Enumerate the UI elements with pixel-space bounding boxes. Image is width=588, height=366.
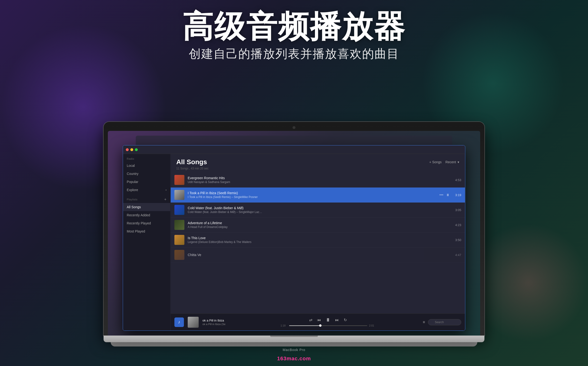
sidebar-item-recently-played[interactable]: Recently Played: [123, 219, 170, 227]
player-artwork: [188, 317, 199, 328]
sidebar-item-local-label: Local: [127, 164, 135, 168]
song-subtitle: Legend (Deluxe Edition)Bob Marley & The …: [188, 240, 450, 244]
table-row[interactable]: I Took a Pill in Ibiza (SeeB Remix) I To…: [171, 188, 465, 203]
song-subtitle: Udit Narayan & Sadhana Sargam: [188, 180, 450, 184]
song-subtitle: Cold Water (feat. Justin Bieber & MØ) – …: [188, 210, 450, 214]
player-app-icon: ♪: [175, 317, 184, 327]
search-wrapper: 🔍: [428, 319, 461, 325]
sidebar-item-recently-added-label: Recently Added: [127, 213, 150, 217]
traffic-light-close[interactable]: [126, 148, 129, 151]
main-header-actions: + Songs Recent ▾: [429, 160, 459, 164]
player-progress: 1:18 2:01: [280, 324, 376, 327]
search-input[interactable]: [428, 319, 461, 325]
table-row[interactable]: Is This Love Legend (Deluxe Edition)Bob …: [171, 232, 465, 247]
player-current-title: ok a Pill in Ibiza: [203, 319, 234, 322]
traffic-light-fullscreen[interactable]: [135, 148, 138, 151]
player-bar: ♪ ok a Pill in Ibiza ok a Pill in Ibiza …: [171, 313, 465, 331]
repeat-button[interactable]: ↻: [344, 318, 347, 322]
hero-main-title: 高级音频播放器: [0, 9, 588, 44]
macbook-bottom-bezel: [104, 336, 484, 342]
bg-decoration-bottom: [469, 223, 588, 342]
progress-bar[interactable]: [289, 325, 367, 326]
queue-button[interactable]: ≡: [423, 320, 425, 324]
song-pause-button[interactable]: ⏸: [446, 193, 450, 197]
song-artwork: [175, 190, 184, 200]
song-info: Cold Water (feat. Justin Bieber & MØ) Co…: [188, 206, 450, 214]
app-title-bar: [123, 145, 465, 154]
song-info: Evergreen Romantic Hits Udit Narayan & S…: [188, 176, 450, 184]
play-pause-button[interactable]: ⏸: [326, 317, 330, 323]
music-note-icon: ♪: [178, 320, 180, 325]
song-duration: 3:19: [453, 193, 461, 197]
add-songs-label: + Songs: [429, 160, 442, 164]
sidebar-item-explore-label: Explore: [127, 188, 138, 192]
sidebar-item-popular-label: Popular: [127, 180, 138, 184]
sidebar-radio-label: Radio: [123, 154, 170, 162]
song-title: Adventure of a Lifetime: [188, 221, 450, 225]
sidebar-playlists-header: Playlists +: [123, 194, 170, 203]
table-row[interactable]: Cold Water (feat. Justin Bieber & MØ) Co…: [171, 203, 465, 218]
song-artwork: [175, 235, 184, 245]
player-right-controls: ≡ 🔍: [423, 319, 461, 325]
player-current-subtitle: ok a Pill in Ibiza (Se: [203, 323, 234, 326]
song-duration: 3:05: [453, 208, 461, 212]
song-title: Cold Water (feat. Justin Bieber & MØ): [188, 206, 450, 210]
watermark: 163mac.com: [277, 356, 311, 362]
chevron-down-icon: ▾: [165, 189, 167, 191]
player-buttons: ⇄ ⏮ ⏸ ⏭ ↻: [309, 317, 347, 323]
song-artwork: [175, 175, 184, 185]
macbook-screen: Radio Local Country Popular Ex: [108, 131, 480, 336]
song-title: Chitta Ve: [188, 253, 450, 257]
macbook-container: Radio Local Country Popular Ex: [104, 122, 484, 352]
sidebar-item-explore[interactable]: Explore ▾: [123, 186, 170, 194]
app-content: Radio Local Country Popular Ex: [123, 154, 465, 331]
traffic-light-minimize[interactable]: [130, 148, 133, 151]
sidebar: Radio Local Country Popular Ex: [123, 154, 171, 331]
main-header-top: All Songs + Songs Recent ▾: [176, 158, 459, 166]
sidebar-item-recently-played-label: Recently Played: [127, 221, 151, 225]
recent-sort-button[interactable]: Recent ▾: [445, 160, 459, 164]
song-actions: ••• ⏸: [439, 193, 450, 197]
sidebar-item-most-played[interactable]: Most Played: [123, 227, 170, 235]
song-title: Evergreen Romantic Hits: [188, 176, 450, 180]
sidebar-item-all-songs[interactable]: All Songs: [123, 203, 170, 211]
macbook-base: [111, 342, 477, 346]
player-controls-center: ⇄ ⏮ ⏸ ⏭ ↻ 1:18: [237, 317, 419, 327]
songs-list: Evergreen Romantic Hits Udit Narayan & S…: [171, 173, 465, 313]
song-more-button[interactable]: •••: [439, 193, 443, 197]
song-info: Chitta Ve: [188, 253, 450, 257]
sidebar-item-popular[interactable]: Popular: [123, 178, 170, 186]
song-artwork: [175, 205, 184, 215]
macbook-hinge: [270, 336, 318, 337]
time-total: 2:01: [369, 324, 376, 327]
progress-bar-fill: [289, 325, 320, 326]
sidebar-item-local[interactable]: Local: [123, 162, 170, 170]
macbook-label: MacBook Pro: [104, 348, 484, 352]
song-artwork: [175, 250, 184, 260]
shuffle-button[interactable]: ⇄: [309, 318, 312, 322]
table-row[interactable]: Evergreen Romantic Hits Udit Narayan & S…: [171, 173, 465, 188]
song-subtitle: I Took a Pill in Ibiza (SeeB Remix) – Si…: [188, 195, 436, 199]
add-playlist-button[interactable]: +: [164, 197, 167, 202]
main-header: All Songs + Songs Recent ▾: [171, 154, 465, 173]
songs-count: 11 Songs , 43 min 20 sec: [176, 167, 459, 170]
previous-button[interactable]: ⏮: [317, 318, 321, 322]
table-row[interactable]: Chitta Ve 4:47: [171, 247, 465, 262]
playlist-title: All Songs: [176, 158, 207, 166]
sidebar-item-recently-added[interactable]: Recently Added: [123, 211, 170, 219]
time-elapsed: 1:18: [280, 324, 287, 327]
recent-label: Recent: [445, 160, 456, 164]
next-button[interactable]: ⏭: [335, 318, 339, 322]
song-info: I Took a Pill in Ibiza (SeeB Remix) I To…: [188, 191, 436, 199]
add-songs-button[interactable]: + Songs: [429, 160, 442, 164]
sidebar-item-country[interactable]: Country: [123, 170, 170, 178]
table-row[interactable]: Adventure of a Lifetime A Head Full of D…: [171, 218, 465, 232]
song-subtitle: A Head Full of DreamsColdplay: [188, 225, 450, 229]
song-info: Is This Love Legend (Deluxe Edition)Bob …: [188, 236, 450, 244]
sidebar-item-all-songs-label: All Songs: [127, 205, 141, 209]
main-content-panel: All Songs + Songs Recent ▾: [171, 154, 465, 331]
sidebar-playlists-label: Playlists: [127, 198, 137, 201]
hero-title-area: 高级音频播放器 创建自己的播放列表并播放喜欢的曲目: [0, 9, 588, 62]
macbook-camera: [293, 126, 295, 129]
progress-knob[interactable]: [319, 324, 322, 327]
